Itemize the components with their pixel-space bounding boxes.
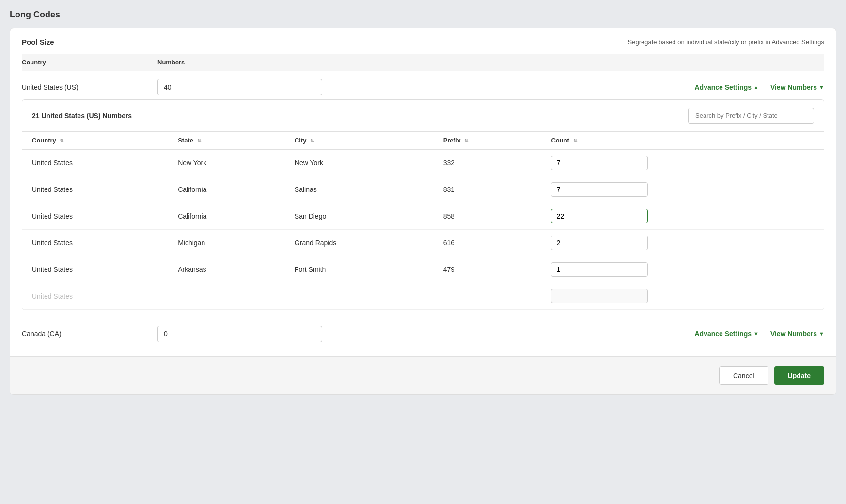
pool-table-header: Country Numbers (22, 54, 824, 71)
update-button[interactable]: Update (774, 366, 824, 385)
col-header-state: State ⇅ (168, 132, 285, 149)
cell-city: New York (285, 149, 434, 176)
view-numbers-ca-label: View Numbers (770, 330, 817, 338)
advance-settings-ca-label: Advance Settings (695, 330, 752, 338)
pool-size-label: Pool Size (22, 38, 54, 46)
col-header-prefix: Prefix ⇅ (434, 132, 542, 149)
count-input[interactable] (551, 182, 648, 197)
table-row: United States Arkansas Fort Smith 479 (22, 256, 824, 283)
cell-country: United States (22, 256, 168, 283)
pool-row-us: United States (US) Advance Settings ▲ Vi… (22, 71, 824, 99)
bottom-action-bar: Cancel Update (10, 356, 836, 394)
view-numbers-us-label: View Numbers (770, 83, 817, 91)
pool-country-us: United States (US) (22, 83, 157, 91)
col-header-count: Count ⇅ (541, 132, 824, 149)
cell-state (168, 283, 285, 310)
pool-header-country: Country (22, 57, 157, 68)
col-header-city: City ⇅ (285, 132, 434, 149)
cell-state: New York (168, 149, 285, 176)
page-title: Long Codes (10, 10, 836, 20)
advance-settings-ca[interactable]: Advance Settings ▼ (695, 330, 759, 338)
sort-icon-count[interactable]: ⇅ (573, 138, 577, 143)
cell-count (541, 149, 824, 176)
chevron-down-icon-us: ▼ (819, 84, 824, 90)
advance-settings-us[interactable]: Advance Settings ▲ (695, 83, 759, 91)
pool-header-numbers: Numbers (157, 57, 322, 68)
cell-state: Arkansas (168, 256, 285, 283)
chevron-down-icon-ca-adv: ▼ (753, 331, 759, 337)
cell-count (541, 203, 824, 230)
table-row: United States Michigan Grand Rapids 616 (22, 230, 824, 256)
table-row: United States California San Diego 858 (22, 203, 824, 230)
view-numbers-ca[interactable]: View Numbers ▼ (770, 330, 824, 338)
sort-icon-city[interactable]: ⇅ (310, 138, 314, 143)
cell-country: United States (22, 230, 168, 256)
cell-prefix: 858 (434, 203, 542, 230)
cancel-button[interactable]: Cancel (719, 366, 768, 385)
cell-prefix (434, 283, 542, 310)
segregate-note: Segregate based on individual state/city… (628, 38, 824, 46)
cell-city: Fort Smith (285, 256, 434, 283)
pool-count-input-ca[interactable] (157, 326, 322, 342)
cell-state: Michigan (168, 230, 285, 256)
cell-country: United States (22, 283, 168, 310)
chevron-down-icon-ca: ▼ (819, 331, 824, 337)
numbers-table: Country ⇅ State ⇅ City ⇅ Prefix (22, 132, 824, 310)
cell-count (541, 230, 824, 256)
view-numbers-us[interactable]: View Numbers ▼ (770, 83, 824, 91)
table-row: United States New York New York 332 (22, 149, 824, 176)
cell-prefix: 332 (434, 149, 542, 176)
search-input[interactable] (688, 108, 814, 124)
advance-settings-us-label: Advance Settings (695, 83, 752, 91)
count-input[interactable] (551, 156, 648, 170)
pool-row-ca: Canada (CA) Advance Settings ▼ View Numb… (22, 318, 824, 346)
col-header-country: Country ⇅ (22, 132, 168, 149)
cell-count (541, 176, 824, 203)
cell-state: California (168, 176, 285, 203)
cell-country: United States (22, 149, 168, 176)
cell-country: United States (22, 203, 168, 230)
cell-state: California (168, 203, 285, 230)
cell-prefix: 479 (434, 256, 542, 283)
sort-icon-country[interactable]: ⇅ (60, 138, 63, 143)
cell-prefix: 831 (434, 176, 542, 203)
count-input[interactable] (551, 262, 648, 277)
outer-card: Pool Size Segregate based on individual … (10, 28, 836, 395)
numbers-detail-card: 21 United States (US) Numbers Country ⇅ … (22, 99, 824, 310)
pool-count-input-us[interactable] (157, 79, 322, 95)
numbers-count-label: 21 United States (US) Numbers (32, 112, 132, 120)
cell-count (541, 256, 824, 283)
table-row: United States California Salinas 831 (22, 176, 824, 203)
cell-city (285, 283, 434, 310)
pool-size-section: Pool Size Segregate based on individual … (10, 28, 836, 356)
count-input[interactable] (551, 289, 648, 303)
cell-city: Grand Rapids (285, 230, 434, 256)
numbers-section-header: 21 United States (US) Numbers (22, 100, 824, 132)
cell-city: Salinas (285, 176, 434, 203)
cell-country: United States (22, 176, 168, 203)
sort-icon-state[interactable]: ⇅ (197, 138, 201, 143)
count-input[interactable] (551, 209, 648, 223)
pool-country-ca: Canada (CA) (22, 330, 157, 338)
cell-prefix: 616 (434, 230, 542, 256)
count-input[interactable] (551, 236, 648, 250)
cell-city: San Diego (285, 203, 434, 230)
sort-icon-prefix[interactable]: ⇅ (464, 138, 468, 143)
chevron-up-icon: ▲ (753, 84, 759, 90)
table-row: United States (22, 283, 824, 310)
cell-count (541, 283, 824, 310)
